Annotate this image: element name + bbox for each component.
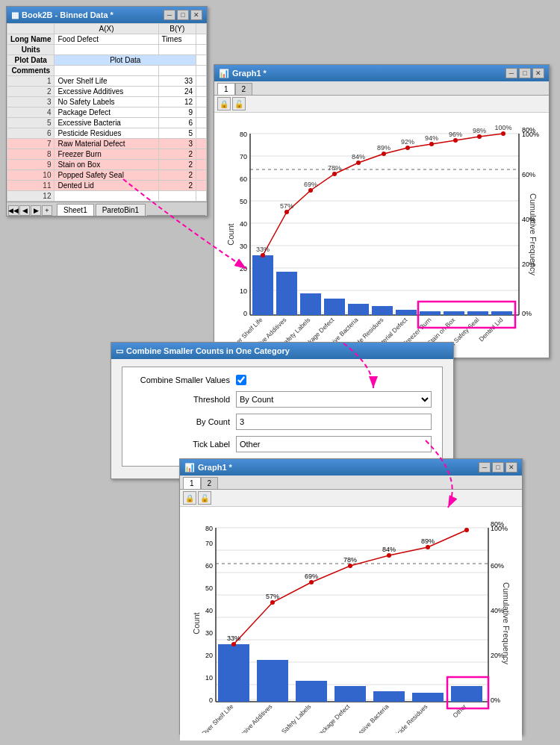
table-row: 6 Pesticide Residues 5 bbox=[7, 128, 207, 139]
svg-text:0%: 0% bbox=[491, 696, 500, 704]
threshold-select[interactable]: By Count By Percent bbox=[236, 391, 432, 408]
nav-first[interactable]: ◀◀ bbox=[8, 205, 19, 216]
nav-prev[interactable]: ◀ bbox=[19, 205, 30, 216]
bot-bar-2 bbox=[257, 660, 288, 702]
col-a-comments bbox=[55, 66, 158, 76]
row-num: 2 bbox=[7, 87, 55, 97]
ticklabel-row: Tick Label bbox=[133, 436, 432, 452]
bycount-input[interactable] bbox=[236, 414, 432, 430]
graph1-bottom-area: Count Cumulative Frequency 0 10 20 30 40… bbox=[180, 507, 522, 741]
maximize-button[interactable]: □ bbox=[177, 10, 189, 20]
long-name-label: Long Name bbox=[7, 34, 55, 45]
svg-text:80: 80 bbox=[240, 131, 247, 138]
row-num: 11 bbox=[7, 181, 55, 191]
table-row: 2 Excessive Additives 24 bbox=[7, 87, 207, 97]
svg-text:100%: 100% bbox=[491, 525, 508, 532]
bot-point-2 bbox=[270, 600, 275, 605]
cell-a: Excessive Additives bbox=[55, 87, 158, 97]
g1bot-close[interactable]: ✕ bbox=[505, 462, 517, 473]
g1top-maximize[interactable]: □ bbox=[519, 68, 531, 78]
bot-bar-4 bbox=[335, 686, 366, 702]
graph1-bot-tab2[interactable]: 2 bbox=[201, 477, 219, 489]
chart-unlock-icon[interactable]: 🔓 bbox=[232, 97, 246, 110]
units-label: Units bbox=[7, 45, 55, 55]
graph1-top-tab2[interactable]: 2 bbox=[235, 83, 253, 95]
svg-text:Count: Count bbox=[226, 223, 235, 245]
dialog-collapse-icon: ▭ bbox=[116, 346, 123, 356]
svg-text:70: 70 bbox=[205, 540, 213, 547]
cell-b: 2 bbox=[158, 160, 196, 170]
sheet-tab-sheet1[interactable]: Sheet1 bbox=[57, 204, 94, 216]
col-a-longname: Food Defect bbox=[55, 34, 158, 45]
bar-4 bbox=[324, 299, 345, 315]
cell-a: Freezer Burn bbox=[55, 149, 158, 160]
cell-b: 9 bbox=[158, 107, 196, 118]
graph1-bot-tab1[interactable]: 1 bbox=[183, 477, 201, 489]
row-num: 9 bbox=[7, 160, 55, 170]
cell-a: No Safety Labels bbox=[55, 97, 158, 107]
row-spacer bbox=[196, 139, 207, 149]
close-button[interactable]: ✕ bbox=[190, 10, 202, 20]
g1top-minimize[interactable]: ─ bbox=[505, 68, 517, 78]
nav-next[interactable]: ▶ bbox=[31, 205, 41, 216]
row-spacer bbox=[196, 170, 207, 181]
cell-b: 3 bbox=[158, 139, 196, 149]
chart-bot-unlock-icon[interactable]: 🔓 bbox=[198, 491, 211, 505]
spreadsheet-window: ▦ Book2B - Binned Data * ─ □ ✕ A(X) B(Y)… bbox=[6, 6, 208, 216]
dialog-section: Combine Smaller Values Threshold By Coun… bbox=[122, 367, 443, 467]
svg-text:80: 80 bbox=[205, 525, 213, 532]
table-row: 8 Freezer Burn 2 bbox=[7, 149, 207, 160]
g1top-close[interactable]: ✕ bbox=[532, 68, 544, 78]
ticklabel-input[interactable] bbox=[236, 436, 432, 452]
combine-label: Combine Smaller Values bbox=[133, 375, 230, 384]
minimize-button[interactable]: ─ bbox=[164, 10, 175, 20]
sheet-tabs: ◀◀ ◀ ▶ + Sheet1 ParetoBin1 bbox=[7, 202, 207, 216]
graph1-bottom-icon: 📊 bbox=[184, 463, 195, 473]
svg-text:70: 70 bbox=[240, 153, 247, 160]
graph1-top-tab1[interactable]: 1 bbox=[217, 83, 235, 95]
svg-text:No Safety Labels: No Safety Labels bbox=[273, 702, 313, 733]
svg-text:84%: 84% bbox=[352, 153, 365, 160]
bar-10 bbox=[467, 311, 488, 315]
bot-bar-7 bbox=[451, 686, 482, 702]
chart-bot-lock-icon[interactable]: 🔒 bbox=[183, 491, 196, 505]
cell-a: Dented Lid bbox=[55, 181, 158, 191]
bycount-row: By Count bbox=[133, 414, 432, 430]
bar-7 bbox=[396, 310, 417, 315]
point-1 bbox=[261, 253, 265, 258]
row-spacer bbox=[196, 160, 207, 170]
nav-add[interactable]: + bbox=[42, 205, 52, 216]
g1bot-maximize[interactable]: □ bbox=[492, 462, 504, 473]
row-spacer bbox=[196, 118, 207, 128]
graph1-bottom-window: 📊 Graph1 * ─ □ ✕ 1 2 🔒 🔓 Count Cumulativ… bbox=[179, 458, 523, 735]
row-spacer bbox=[196, 128, 207, 139]
svg-text:100%: 100% bbox=[494, 124, 511, 131]
point-5 bbox=[356, 160, 361, 165]
svg-text:57%: 57% bbox=[280, 202, 293, 210]
g1bot-minimize[interactable]: ─ bbox=[479, 462, 491, 473]
bar-8 bbox=[420, 311, 441, 315]
col-a-units bbox=[55, 45, 158, 55]
combine-checkbox[interactable] bbox=[236, 375, 246, 385]
threshold-row: Threshold By Count By Percent bbox=[133, 391, 432, 408]
svg-text:96%: 96% bbox=[449, 131, 462, 138]
bot-point-4 bbox=[348, 564, 352, 568]
plot-data-label: Plot Data bbox=[7, 55, 55, 66]
svg-text:20: 20 bbox=[205, 652, 213, 659]
cell-b: 5 bbox=[158, 128, 196, 139]
chart-lock-icon[interactable]: 🔒 bbox=[217, 97, 231, 110]
svg-text:92%: 92% bbox=[401, 138, 414, 146]
point-2 bbox=[284, 210, 289, 214]
sheet-nav: ◀◀ ◀ ▶ + bbox=[8, 205, 52, 216]
svg-text:69%: 69% bbox=[305, 573, 318, 580]
row-num: 5 bbox=[7, 118, 55, 128]
bot-cumulative-line bbox=[234, 530, 467, 644]
svg-text:78%: 78% bbox=[328, 164, 341, 172]
cell-b: 24 bbox=[158, 87, 196, 97]
table-row: 10 Popped Safety Seal 2 bbox=[7, 170, 207, 181]
svg-text:Dented Lid: Dented Lid bbox=[477, 316, 504, 343]
svg-text:0: 0 bbox=[209, 696, 213, 704]
row-num: 8 bbox=[7, 149, 55, 160]
col-b-longname: Times bbox=[158, 34, 196, 45]
sheet-tab-paretobin1[interactable]: ParetoBin1 bbox=[96, 204, 146, 216]
